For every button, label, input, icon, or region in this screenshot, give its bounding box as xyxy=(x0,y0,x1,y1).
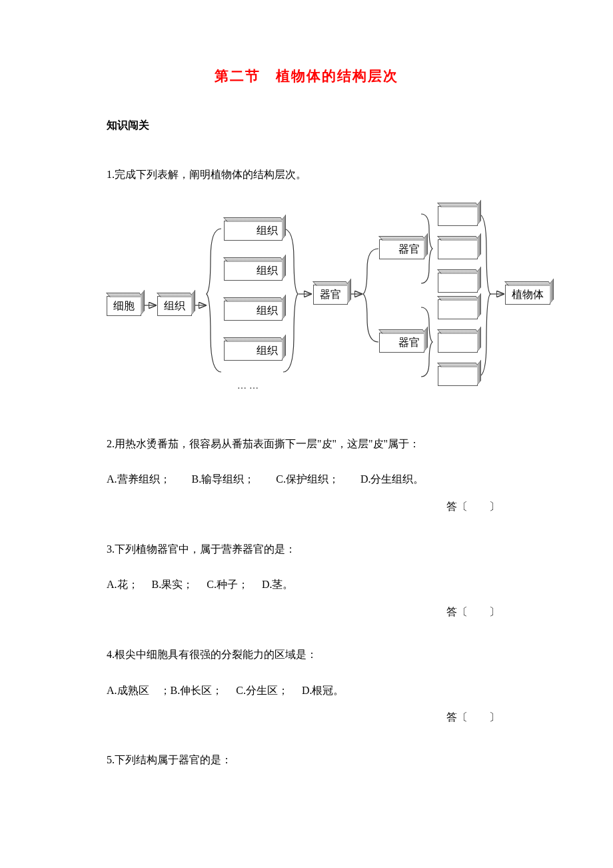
diagram-box-tissue-2: 组织 xyxy=(224,261,283,281)
diagram-box-tissue: 组织 xyxy=(157,296,192,316)
q4-text: 4.根尖中细胞具有很强的分裂能力的区域是： xyxy=(107,646,506,663)
q3-answer: 答〔 〕 xyxy=(107,605,506,619)
diagram-box-organ: 器官 xyxy=(313,285,348,305)
q2-answer: 答〔 〕 xyxy=(107,500,506,514)
q2-options: A.营养组织； B.输导组织； C.保护组织； D.分生组织。 xyxy=(107,471,506,488)
diagram-box-blank-1 xyxy=(438,206,478,226)
diagram-box-organ-1: 器官 xyxy=(379,239,424,259)
q1-text: 1.完成下列表解，阐明植物体的结构层次。 xyxy=(107,166,506,183)
q3-text: 3.下列植物器官中，属于营养器官的是： xyxy=(107,541,506,558)
diagram-box-blank-3 xyxy=(438,273,478,293)
diagram-box-tissue-1: 组织 xyxy=(224,221,283,241)
diagram-dots: …… xyxy=(237,381,261,391)
diagram-box-plant: 植物体 xyxy=(505,285,550,305)
diagram-box-tissue-4: 组织 xyxy=(224,341,283,361)
diagram-box-blank-4 xyxy=(438,299,478,319)
structure-diagram: 细胞 组织 组织 组织 组织 组织 …… 器官 器官 器官 植物体 xyxy=(107,202,522,409)
q5-text: 5.下列结构属于器官的是： xyxy=(107,751,506,769)
diagram-box-cell: 细胞 xyxy=(107,296,141,316)
page-title: 第二节 植物体的结构层次 xyxy=(107,67,506,85)
diagram-box-blank-2 xyxy=(438,239,478,259)
q2-text: 2.用热水烫番茄，很容易从番茄表面撕下一层"皮"，这层"皮"属于： xyxy=(107,435,506,453)
q4-options: A.成熟区 ；B.伸长区； C.分生区； D.根冠。 xyxy=(107,682,506,699)
diagram-box-organ-2: 器官 xyxy=(379,333,424,353)
diagram-box-blank-6 xyxy=(438,366,478,386)
q4-answer: 答〔 〕 xyxy=(107,711,506,725)
section-heading: 知识闯关 xyxy=(107,119,506,133)
diagram-box-tissue-3: 组织 xyxy=(224,301,283,321)
q3-options: A.花； B.果实； C.种子； D.茎。 xyxy=(107,576,506,593)
diagram-box-blank-5 xyxy=(438,333,478,353)
